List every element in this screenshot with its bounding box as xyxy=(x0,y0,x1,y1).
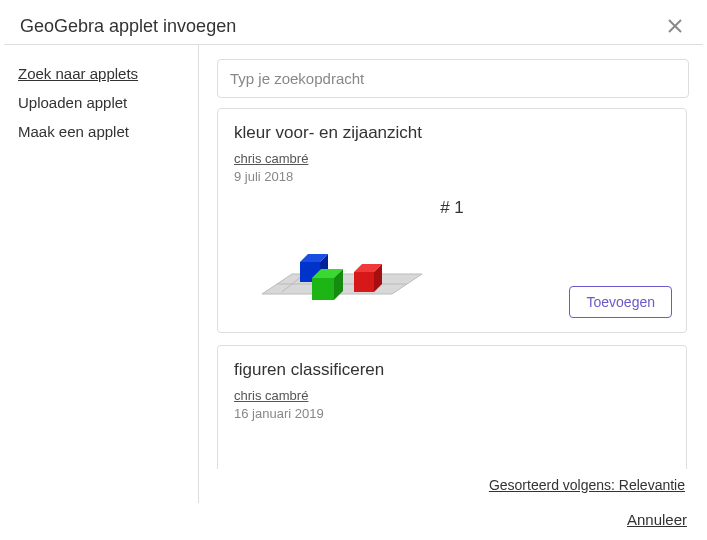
sort-row: Gesorteerd volgens: Relevantie xyxy=(217,469,689,493)
close-button[interactable] xyxy=(663,14,687,38)
sidebar-item-label: Maak een applet xyxy=(18,123,129,140)
applet-date: 16 januari 2019 xyxy=(234,406,670,421)
close-icon xyxy=(667,18,683,34)
svg-marker-10 xyxy=(312,278,334,300)
modal-body: Zoek naar applets Uploaden applet Maak e… xyxy=(4,45,703,503)
svg-marker-13 xyxy=(354,272,374,292)
applet-card: kleur voor- en zijaanzicht chris cambré … xyxy=(217,108,687,333)
applet-title: figuren classificeren xyxy=(234,360,670,380)
modal-footer: Annuleer xyxy=(4,503,703,536)
sidebar-item-label: Uploaden applet xyxy=(18,94,127,111)
applet-author-link[interactable]: chris cambré xyxy=(234,388,308,403)
sort-link[interactable]: Gesorteerd volgens: Relevantie xyxy=(489,477,685,493)
results-scroll[interactable]: kleur voor- en zijaanzicht chris cambré … xyxy=(217,108,689,469)
sidebar-item-search[interactable]: Zoek naar applets xyxy=(18,59,184,88)
modal-dialog: GeoGebra applet invoegen Zoek naar apple… xyxy=(4,4,703,536)
applet-hash: # 1 xyxy=(234,198,670,218)
cubes-icon xyxy=(252,224,432,314)
modal-header: GeoGebra applet invoegen xyxy=(4,4,703,45)
modal-title: GeoGebra applet invoegen xyxy=(20,16,236,37)
search-input[interactable] xyxy=(217,59,689,98)
cancel-button[interactable]: Annuleer xyxy=(627,511,687,528)
applet-author-link[interactable]: chris cambré xyxy=(234,151,308,166)
add-button[interactable]: Toevoegen xyxy=(569,286,672,318)
sidebar-item-upload[interactable]: Uploaden applet xyxy=(18,88,184,117)
applet-date: 9 juli 2018 xyxy=(234,169,670,184)
results-container: kleur voor- en zijaanzicht chris cambré … xyxy=(217,108,689,469)
applet-thumbnail xyxy=(234,421,670,469)
applet-title: kleur voor- en zijaanzicht xyxy=(234,123,670,143)
sidebar: Zoek naar applets Uploaden applet Maak e… xyxy=(4,45,199,503)
applet-card: figuren classificeren chris cambré 16 ja… xyxy=(217,345,687,469)
main-panel: kleur voor- en zijaanzicht chris cambré … xyxy=(199,45,703,503)
applet-thumbnail xyxy=(252,224,432,314)
sidebar-item-label: Zoek naar applets xyxy=(18,65,138,82)
sidebar-item-create[interactable]: Maak een applet xyxy=(18,117,184,146)
